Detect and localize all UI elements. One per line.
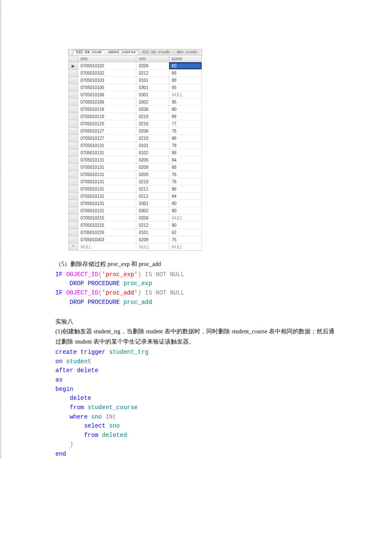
- cell-cno[interactable]: 0209: [136, 171, 169, 178]
- cell-cno[interactable]: 0212: [136, 193, 169, 200]
- table-row[interactable]: 07050102150208NULL: [69, 214, 202, 222]
- cell-sno[interactable]: 0705010131: [78, 142, 136, 149]
- cell-sno[interactable]: 0705010119: [78, 113, 136, 120]
- cell-sno[interactable]: 0705010131: [78, 164, 136, 171]
- cell-score[interactable]: NULL: [169, 91, 202, 98]
- table-row[interactable]: 0705010226010162: [69, 229, 202, 236]
- cell-score[interactable]: 85: [169, 84, 202, 91]
- cell-cno[interactable]: 0210: [136, 120, 169, 127]
- cell-sno[interactable]: 0705010131: [78, 193, 136, 200]
- table-row[interactable]: 0705010131020868: [69, 164, 202, 171]
- cell-cno[interactable]: 0101: [136, 77, 169, 84]
- table-row[interactable]: 0705010131030180: [69, 200, 202, 207]
- cell-score[interactable]: 80: [169, 106, 202, 113]
- cell-score[interactable]: 90: [169, 222, 202, 229]
- cell-cno[interactable]: 0212: [136, 222, 169, 229]
- cell-sno[interactable]: 0705010106: [78, 91, 136, 98]
- table-row[interactable]: 0705010103010188: [69, 77, 202, 84]
- cell-score[interactable]: 86: [169, 135, 202, 142]
- cell-score[interactable]: 88: [169, 149, 202, 156]
- cell-cno[interactable]: 0206: [136, 156, 169, 164]
- cell-cno[interactable]: 0206: [136, 127, 169, 135]
- cell-sno[interactable]: 0705010131: [78, 207, 136, 214]
- cell-cno[interactable]: 0208: [136, 214, 169, 222]
- cell-cno[interactable]: 0206: [136, 106, 169, 113]
- cell-score[interactable]: 84: [169, 193, 202, 200]
- table-row[interactable]: 0705010303020975: [69, 236, 202, 243]
- cell-cno[interactable]: 0102: [136, 149, 169, 156]
- tab-inactive[interactable]: SZZ-59.studb - dbo.stude: [139, 50, 200, 55]
- cell-score[interactable]: 78: [169, 142, 202, 149]
- cell-sno[interactable]: 0705010131: [78, 171, 136, 178]
- new-row[interactable]: *NULLNULLNULL: [69, 243, 202, 251]
- table-row[interactable]: ▶0705010102020880: [69, 62, 202, 69]
- table-row[interactable]: 0705010119021088: [69, 113, 202, 120]
- table-row[interactable]: 0705010131021284: [69, 193, 202, 200]
- tab-active[interactable]: SZZ-59.stud...udent_course: [73, 50, 138, 55]
- table-row[interactable]: 0705010127021086: [69, 135, 202, 142]
- cell-cno[interactable]: 0208: [136, 164, 169, 171]
- table-row[interactable]: 0705010131010178: [69, 142, 202, 149]
- cell-sno[interactable]: 0705010131: [78, 185, 136, 193]
- cell-cno[interactable]: 0210: [136, 135, 169, 142]
- table-row[interactable]: 0705010131010288: [69, 149, 202, 156]
- cell-sno[interactable]: 0705010125: [78, 120, 136, 127]
- cell-score[interactable]: 80: [169, 200, 202, 207]
- table-row[interactable]: 0705010131020976: [69, 171, 202, 178]
- col-cno[interactable]: cno: [136, 55, 169, 62]
- col-sno[interactable]: sno: [78, 55, 136, 62]
- cell-sno[interactable]: 0705010215: [78, 214, 136, 222]
- cell-sno[interactable]: 0705010131: [78, 149, 136, 156]
- cell-score[interactable]: 68: [169, 164, 202, 171]
- cell-null[interactable]: NULL: [169, 243, 202, 251]
- cell-sno[interactable]: 0705010102: [78, 69, 136, 77]
- cell-sno[interactable]: 0705010106: [78, 98, 136, 106]
- cell-score[interactable]: 80: [169, 62, 202, 69]
- cell-score[interactable]: 78: [169, 178, 202, 185]
- cell-sno[interactable]: 0705010127: [78, 127, 136, 135]
- cell-score[interactable]: 62: [169, 229, 202, 236]
- table-row[interactable]: 0705010215021290: [69, 222, 202, 229]
- table-row[interactable]: 0705010105030185: [69, 84, 202, 91]
- cell-cno[interactable]: 0101: [136, 142, 169, 149]
- cell-cno[interactable]: 0208: [136, 62, 169, 69]
- table-row[interactable]: 0705010131021186: [69, 185, 202, 193]
- cell-score[interactable]: 88: [169, 77, 202, 84]
- cell-sno[interactable]: 0705010102: [78, 62, 136, 69]
- table-row[interactable]: 0705010131020684: [69, 156, 202, 164]
- cell-cno[interactable]: 0210: [136, 113, 169, 120]
- cell-sno[interactable]: 0705010119: [78, 106, 136, 113]
- table-row[interactable]: 0705010102021266: [69, 69, 202, 77]
- table-row[interactable]: 0705010131030280: [69, 207, 202, 214]
- table-row[interactable]: 0705010119020680: [69, 106, 202, 113]
- col-score[interactable]: score: [169, 55, 202, 62]
- cell-null[interactable]: NULL: [136, 243, 169, 251]
- cell-sno[interactable]: 0705010226: [78, 229, 136, 236]
- cell-cno[interactable]: 0301: [136, 84, 169, 91]
- table-row[interactable]: 0705010125021077: [69, 120, 202, 127]
- cell-score[interactable]: 77: [169, 120, 202, 127]
- cell-null[interactable]: NULL: [78, 243, 136, 251]
- cell-cno[interactable]: 0211: [136, 185, 169, 193]
- table-row[interactable]: 0705010106030295: [69, 98, 202, 106]
- table-row[interactable]: 0705010127020676: [69, 127, 202, 135]
- cell-score[interactable]: 76: [169, 171, 202, 178]
- cell-sno[interactable]: 0705010127: [78, 135, 136, 142]
- cell-score[interactable]: 84: [169, 156, 202, 164]
- table-row[interactable]: 07050101060301NULL: [69, 91, 202, 98]
- cell-score[interactable]: NULL: [169, 214, 202, 222]
- cell-score[interactable]: 86: [169, 185, 202, 193]
- cell-cno[interactable]: 0209: [136, 236, 169, 243]
- cell-score[interactable]: 95: [169, 98, 202, 106]
- cell-score[interactable]: 75: [169, 236, 202, 243]
- cell-cno[interactable]: 0101: [136, 229, 169, 236]
- cell-sno[interactable]: 0705010215: [78, 222, 136, 229]
- cell-sno[interactable]: 0705010131: [78, 178, 136, 185]
- cell-sno[interactable]: 0705010131: [78, 156, 136, 164]
- cell-cno[interactable]: 0210: [136, 178, 169, 185]
- cell-score[interactable]: 88: [169, 113, 202, 120]
- cell-cno[interactable]: 0301: [136, 200, 169, 207]
- cell-sno[interactable]: 0705010131: [78, 200, 136, 207]
- cell-score[interactable]: 80: [169, 207, 202, 214]
- cell-cno[interactable]: 0212: [136, 69, 169, 77]
